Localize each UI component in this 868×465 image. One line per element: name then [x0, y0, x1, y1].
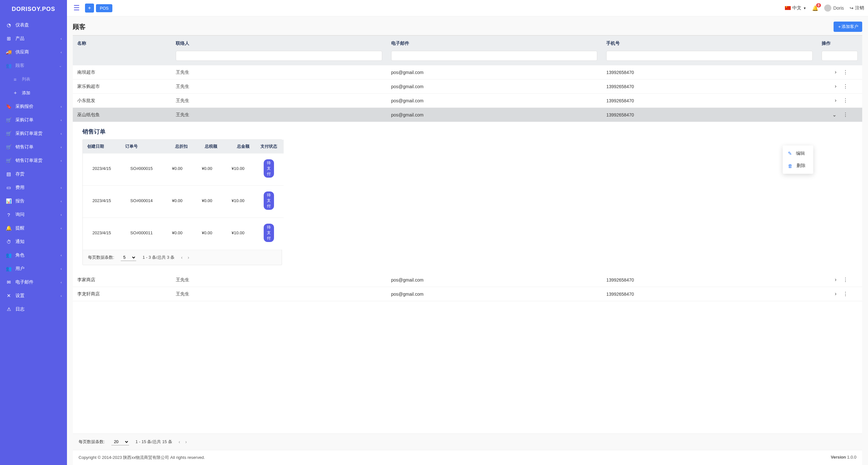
topbar: ☰ + POS 中文 ▼ 🔔 0 Doris ↪ — [67, 0, 868, 16]
menu-edit[interactable]: ✎ 编辑 — [783, 147, 813, 160]
logout-icon: ↪ — [850, 5, 854, 11]
sidebar-item[interactable]: ⊞ 产品 ‹ — [0, 32, 67, 45]
expand-row-icon[interactable]: › — [835, 84, 836, 90]
sidebar-item[interactable]: ⏱ 通知 — [0, 235, 67, 248]
delete-icon: 🗑 — [788, 163, 793, 169]
sidebar-item[interactable]: ◔ 仪表盘 — [0, 18, 67, 32]
sidebar-item[interactable]: 📊 报告 ‹ — [0, 194, 67, 208]
col-actions: 操作 — [817, 36, 862, 49]
chevron-down-icon: ⌄ — [59, 64, 62, 68]
chevron-left-icon: ‹ — [61, 37, 62, 40]
user-menu[interactable]: Doris — [824, 4, 844, 11]
detail-row: 2023/4/15SO#000014¥0.00¥0.00¥10.00待支付 — [83, 186, 284, 218]
sidebar-subitem[interactable]: ≡列表 — [0, 72, 67, 86]
sidebar-item[interactable]: 🛒 销售订单退货 ‹ — [0, 154, 67, 167]
col-contact[interactable]: 联络人 — [171, 36, 387, 49]
notifications-button[interactable]: 🔔 0 — [812, 5, 818, 11]
status-badge: 待支付 — [264, 224, 274, 242]
row-menu-icon[interactable]: ⋮ — [843, 277, 848, 283]
nav-label: 产品 — [16, 36, 25, 41]
chevron-left-icon: ‹ — [61, 159, 62, 163]
detail-row: 2023/4/15SO#000011¥0.00¥0.00¥10.00待支付 — [83, 218, 284, 250]
cell-name: 家乐购超市 — [73, 79, 171, 94]
row-menu-icon[interactable]: ⋮ — [843, 98, 848, 104]
table-row[interactable]: 家乐购超市 王先生 pos@gmail.com 13992658470 › ⋮ — [73, 79, 862, 94]
sidebar-item[interactable]: 👥 角色 ‹ — [0, 248, 67, 262]
brand-logo: DORISOY.POS — [0, 0, 67, 18]
detail-page-size[interactable]: 5 — [121, 254, 136, 261]
main: ☰ + POS 中文 ▼ 🔔 0 Doris ↪ — [67, 0, 868, 465]
row-menu-icon[interactable]: ⋮ — [843, 291, 848, 297]
nav-label: 设置 — [16, 293, 25, 299]
sidebar-item[interactable]: ▭ 费用 ‹ — [0, 181, 67, 194]
sidebar-subitem[interactable]: ＋添加 — [0, 86, 67, 100]
row-menu-icon[interactable]: ⋮ — [843, 112, 848, 118]
filter-phone[interactable] — [606, 51, 813, 61]
expand-row-icon[interactable]: ⌄ — [832, 112, 836, 118]
sidebar-item[interactable]: 🛒 采购订单 ‹ — [0, 113, 67, 127]
prev-page-icon[interactable]: ‹ — [179, 439, 180, 444]
sidebar-item[interactable]: ⚠ 日志 — [0, 302, 67, 316]
cell-email: pos@gmail.com — [387, 108, 602, 122]
chevron-left-icon: ‹ — [61, 105, 62, 108]
language-selector[interactable]: 中文 ▼ — [785, 5, 806, 11]
sidebar-item[interactable]: ▤ 存货 — [0, 167, 67, 181]
nav-label: 通知 — [16, 239, 25, 244]
expand-row-icon[interactable]: › — [835, 277, 836, 283]
menu-toggle-icon[interactable]: ☰ — [71, 3, 83, 13]
filter-contact[interactable] — [176, 51, 382, 61]
row-context-menu: ✎ 编辑 🗑 删除 — [783, 145, 813, 174]
detail-next-icon[interactable]: › — [188, 255, 189, 260]
pos-button[interactable]: POS — [96, 4, 112, 12]
add-customer-button[interactable]: ＋添加客户 — [834, 22, 862, 32]
cell-phone: 13992658470 — [602, 108, 817, 122]
sidebar-item[interactable]: 👥 顾客 ⌄ — [0, 59, 67, 72]
sidebar-item[interactable]: 🛒 采购订单退货 ‹ — [0, 127, 67, 140]
page-size-select[interactable]: 20 — [112, 438, 129, 445]
table-row[interactable]: 南坝超市 王先生 pos@gmail.com 13992658470 › ⋮ — [73, 65, 862, 79]
nav-label: 销售订单退货 — [16, 158, 42, 164]
row-menu-icon[interactable]: ⋮ — [843, 84, 848, 90]
detail-prev-icon[interactable]: ‹ — [181, 255, 183, 260]
logout-button[interactable]: ↪ 注销 — [850, 5, 864, 11]
sidebar-item[interactable]: 🔖 采购报价 ‹ — [0, 100, 67, 113]
nav-icon: ＋ — [11, 90, 19, 96]
nav-label: 采购报价 — [16, 104, 33, 109]
footer: Copyright © 2014-2023 陕西xx物流商贸有限公司 All r… — [73, 450, 862, 465]
add-button[interactable]: + — [85, 4, 94, 12]
table-row[interactable]: 小东批发 王先生 pos@gmail.com 13992658470 › ⋮ — [73, 94, 862, 108]
table-row[interactable]: 巫山纸包鱼 王先生 pos@gmail.com 13992658470 ⌄ ⋮ — [73, 108, 862, 122]
expand-row-icon[interactable]: › — [835, 291, 836, 297]
expand-row-icon[interactable]: › — [835, 98, 836, 104]
notification-badge: 0 — [816, 3, 821, 7]
nav-label: 顾客 — [16, 63, 25, 69]
sidebar-item[interactable]: ✉ 电子邮件 ‹ — [0, 275, 67, 289]
table-row[interactable]: 李龙轩商店 王先生 pos@gmail.com 13992658470 › ⋮ — [73, 287, 862, 301]
sidebar-item[interactable]: 🚚 供应商 ‹ — [0, 45, 67, 59]
nav-icon: ≡ — [11, 76, 19, 82]
sidebar-item[interactable]: ? 询问 ‹ — [0, 208, 67, 222]
nav-icon: ✕ — [5, 293, 12, 299]
filter-email[interactable] — [391, 51, 597, 61]
next-page-icon[interactable]: › — [185, 439, 187, 444]
chevron-left-icon: ‹ — [61, 186, 62, 190]
nav-label: 提醒 — [16, 225, 25, 231]
col-email[interactable]: 电子邮件 — [387, 36, 602, 49]
expand-row-icon[interactable]: › — [835, 69, 836, 75]
col-name[interactable]: 名称 — [73, 36, 171, 49]
chevron-left-icon: ‹ — [61, 145, 62, 149]
cell-email: pos@gmail.com — [387, 287, 602, 301]
sidebar-item[interactable]: 👥 用户 ‹ — [0, 262, 67, 275]
nav-label: 电子邮件 — [16, 279, 33, 285]
edit-icon: ✎ — [788, 151, 792, 156]
sidebar-item[interactable]: 🛒 销售订单 ‹ — [0, 140, 67, 154]
sidebar-item[interactable]: 🔔 提醒 ‹ — [0, 222, 67, 235]
chevron-left-icon: ‹ — [61, 267, 62, 271]
row-menu-icon[interactable]: ⋮ — [843, 69, 848, 75]
menu-delete[interactable]: 🗑 删除 — [783, 160, 813, 172]
sidebar-item[interactable]: ✕ 设置 ‹ — [0, 289, 67, 302]
col-phone[interactable]: 手机号 — [602, 36, 817, 49]
filter-actions[interactable] — [822, 51, 858, 61]
nav-label: 采购订单 — [16, 117, 33, 123]
table-row[interactable]: 李家商店 王先生 pos@gmail.com 13992658470 › ⋮ — [73, 273, 862, 287]
